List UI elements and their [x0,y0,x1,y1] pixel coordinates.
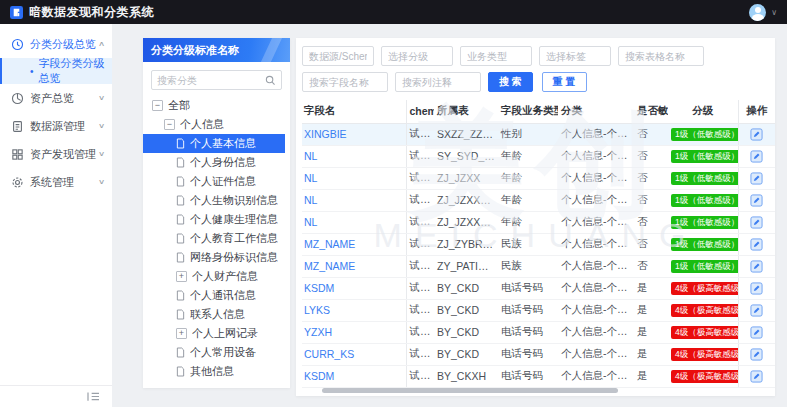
plus-square-icon[interactable]: + [176,271,187,282]
schema-cell: 试/ZJ... [406,189,434,211]
column-header-1: chema [406,100,434,123]
field-name-link[interactable]: MZ_NAME [304,238,355,250]
sidebar-item-label: 资产总览 [30,91,99,106]
filter-input-0[interactable] [302,46,374,66]
horizontal-scrollbar[interactable] [322,388,618,393]
edit-icon[interactable] [750,194,763,207]
sensitive-cell: 是 [634,277,668,299]
edit-icon[interactable] [750,282,763,295]
level-badge: 1级（低敏感级） [671,260,738,273]
tree-search-input[interactable] [157,75,265,86]
field-name-link[interactable]: NL [304,216,317,228]
biz-type-cell: 年龄 [498,167,558,189]
biz-type-cell: 民族 [498,255,558,277]
reset-button[interactable]: 重 置 [542,72,587,92]
sidebar-item-asset-discovery-mgmt[interactable]: 资产发现管理∨ [0,140,112,168]
schema-cell: 试/ZJ... [406,299,434,321]
tree-list: −全部−个人信息个人基本信息个人身份信息个人证件信息个人生物识别信息个人健康生理… [143,94,290,381]
filter-input-4[interactable] [618,46,704,66]
edit-icon[interactable] [750,304,763,317]
sidebar-collapse-icon[interactable] [87,391,100,402]
app-logo-icon [10,6,23,19]
tree-node[interactable]: 个人常用设备 [143,343,290,362]
tree-node[interactable]: −全部 [143,96,290,115]
tree-node[interactable]: 个人教育工作信息 [143,229,290,248]
field-name-link[interactable]: NL [304,194,317,206]
page: 暗数据发现和分类系统 ∨ 分类分级总览∧•字段分类分级总览资产总览∨数据源管理∨… [0,0,787,407]
edit-icon[interactable] [750,260,763,273]
sensitive-cell: 否 [634,145,668,167]
field-name-link[interactable]: YZXH [304,326,332,338]
field-name-link[interactable]: MZ_NAME [304,260,355,272]
edit-icon[interactable] [750,172,763,185]
field-name-link[interactable]: KSDM [304,370,334,382]
edit-icon[interactable] [750,370,763,383]
tree-node[interactable]: +个人上网记录 [143,324,290,343]
filter-input-3[interactable] [539,46,611,66]
filter-input-2[interactable] [460,46,532,66]
sidebar-item-label: 分类分级总览 [30,37,99,52]
tree-node[interactable]: 个人基本信息 [143,134,285,153]
sidebar-item-system-mgmt[interactable]: 系统管理∨ [0,168,112,196]
tree-node[interactable]: 个人证件信息 [143,172,290,191]
edit-icon[interactable] [750,216,763,229]
minus-square-icon[interactable]: − [152,100,163,111]
chevron-down-icon: ∨ [98,122,105,130]
bullet-icon: • [30,66,34,77]
document-icon [176,290,185,301]
field-name-link[interactable]: XINGBIE [304,128,347,140]
user-avatar[interactable] [749,4,766,21]
field-name-link[interactable]: NL [304,150,317,162]
sidebar-subitem-field-class-overview[interactable]: •字段分类分级总览 [0,58,112,84]
table-row: XINGBIE试/ZJ...SXZZ_ZZXX性别个人信息-个人基本...否1级… [302,123,775,145]
biz-type-cell: 电话号码 [498,365,558,387]
field-name-link[interactable]: LYKS [304,304,330,316]
level-badge: 1级（低敏感级） [671,238,738,251]
edit-icon[interactable] [750,150,763,163]
sensitive-cell: 是 [634,321,668,343]
schema-cell: 试/ZJ... [406,145,434,167]
edit-icon[interactable] [750,128,763,141]
field-name-link[interactable]: KSDM [304,282,334,294]
table-name-cell: BY_CKXH [434,365,498,387]
tree-node[interactable]: 其他信息 [143,362,290,381]
column-header-2: 所属表 [434,100,498,123]
edit-icon[interactable] [750,326,763,339]
search-icon[interactable] [265,75,276,86]
schema-cell: 试/ZJ... [406,123,434,145]
tree-node[interactable]: 个人生物识别信息 [143,191,290,210]
sidebar-item-datasource-mgmt[interactable]: 数据源管理∨ [0,112,112,140]
sidebar-item-asset-overview[interactable]: 资产总览∨ [0,84,112,112]
tree-node[interactable]: 个人通讯信息 [143,286,290,305]
minus-square-icon[interactable]: − [164,119,175,130]
sensitive-cell: 否 [634,123,668,145]
tree-node[interactable]: 网络身份标识信息 [143,248,290,267]
filter-input-1[interactable] [381,46,453,66]
tree-node[interactable]: 个人健康生理信息 [143,210,290,229]
classification-tree-panel: 分类分级标准名称 −全部−个人信息个人基本信息个人身份信息个人证件信息个人生物识… [143,38,290,388]
filter-input-row2-0[interactable] [302,72,388,92]
search-button[interactable]: 搜 索 [488,72,533,92]
tree-node[interactable]: 联系人信息 [143,305,290,324]
filter-row-2: 搜 索重 置 [302,72,775,92]
filter-input-row2-1[interactable] [395,72,481,92]
file-icon [11,120,24,133]
schema-cell: 试/ZJ... [406,365,434,387]
chevron-down-icon[interactable]: ∨ [771,8,777,17]
tree-node[interactable]: 个人身份信息 [143,153,290,172]
edit-icon[interactable] [750,238,763,251]
tree-node[interactable]: −个人信息 [143,115,290,134]
field-name-link[interactable]: CURR_KS [304,348,354,360]
document-icon [176,138,185,149]
field-name-link[interactable]: NL [304,172,317,184]
edit-icon[interactable] [750,348,763,361]
sidebar-item-class-overview[interactable]: 分类分级总览∧ [0,30,112,58]
app-title: 暗数据发现和分类系统 [29,4,154,21]
biz-type-cell: 年龄 [498,211,558,233]
table-header-row: 字段名chema所属表字段业务类型分类是否敏感分级操作 [302,100,775,123]
table-name-cell: ZJ_JZXX_BA... [434,211,498,233]
schema-cell: 试/ZJ... [406,255,434,277]
plus-square-icon[interactable]: + [176,328,187,339]
tree-node[interactable]: +个人财产信息 [143,267,290,286]
level-badge: 1级（低敏感级） [671,172,738,185]
